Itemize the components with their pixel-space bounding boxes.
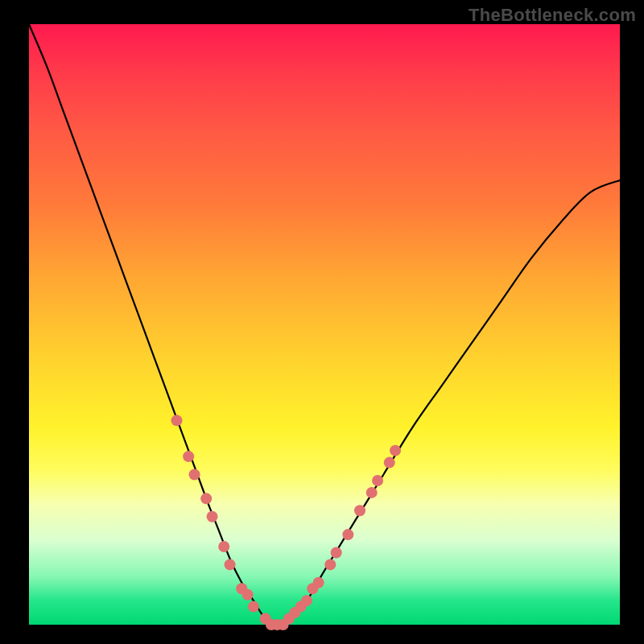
curve-marker [324, 559, 336, 570]
curve-marker [342, 529, 353, 540]
curve-markers [171, 415, 402, 630]
watermark-text: TheBottleneck.com [469, 5, 636, 26]
curve-marker [354, 505, 365, 516]
bottleneck-curve [29, 24, 620, 625]
curve-marker [301, 595, 312, 606]
curve-marker [372, 475, 383, 486]
curve-marker [390, 445, 401, 456]
curve-marker [207, 511, 218, 522]
curve-marker [171, 415, 183, 426]
curve-marker [313, 577, 324, 588]
curve-marker [225, 559, 236, 570]
curve-marker [331, 547, 342, 558]
outer-frame: TheBottleneck.com [0, 0, 644, 644]
curve-marker [366, 487, 378, 498]
plot-area [29, 24, 620, 625]
curve-marker [248, 601, 259, 613]
curve-marker [200, 493, 212, 504]
curve-marker [242, 589, 254, 601]
curve-marker [218, 541, 229, 552]
curve-marker [183, 451, 194, 462]
curve-marker [189, 469, 200, 481]
chart-svg [29, 24, 620, 625]
curve-marker [384, 457, 395, 469]
